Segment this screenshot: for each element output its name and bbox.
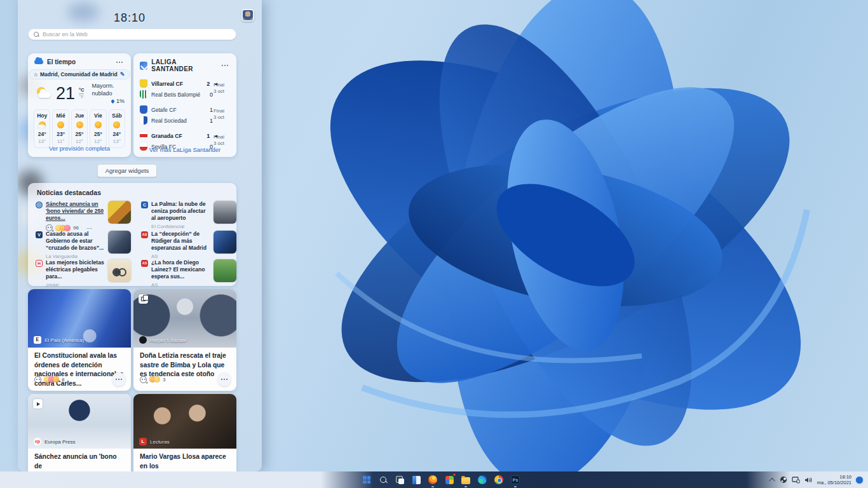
story-card[interactable]: L Lecturas Mario Vargas Llosa aparece en… bbox=[133, 394, 236, 471]
notification-dot-icon bbox=[452, 473, 456, 477]
story-source: Europa Press bbox=[44, 439, 75, 445]
forecast-day[interactable]: Mié 23° 11° bbox=[52, 109, 69, 148]
news-thumbnail[interactable] bbox=[214, 259, 236, 282]
laliga-more-icon[interactable] bbox=[220, 63, 230, 68]
story-source: Harper's Bazaar bbox=[150, 337, 187, 343]
gallery-icon bbox=[139, 294, 148, 304]
firefox-icon bbox=[428, 475, 437, 484]
store-app-button[interactable] bbox=[444, 474, 455, 485]
news-source-logo bbox=[36, 201, 43, 208]
volume-icon[interactable] bbox=[804, 477, 813, 484]
forecast-day[interactable]: Vie 25° 12° bbox=[90, 109, 106, 148]
search-placeholder: Buscar en la Web bbox=[43, 31, 88, 37]
file-explorer-button[interactable] bbox=[460, 474, 471, 485]
notification-center-button[interactable] bbox=[856, 477, 863, 484]
chevron-up-icon[interactable] bbox=[769, 477, 775, 484]
news-thumbnail[interactable] bbox=[214, 231, 236, 254]
forecast-row: Hoy 24° 13° Mié 23° 11° Jue 25° 12° bbox=[28, 105, 131, 148]
story-source: Lecturas bbox=[150, 439, 170, 445]
search-icon bbox=[380, 477, 387, 484]
weather-location[interactable]: ⌂ Madrid, Comunidad de Madrid ✎ bbox=[29, 69, 131, 79]
edge-icon bbox=[478, 475, 487, 484]
villarreal-crest-icon bbox=[140, 79, 147, 88]
add-reaction-icon[interactable] bbox=[34, 376, 41, 383]
story-headline[interactable]: Mario Vargas Llosa aparece en los bbox=[133, 449, 236, 471]
news-item[interactable]: AS ¿La hora de Diego Lainez? El mexicano… bbox=[141, 259, 236, 288]
story-card[interactable]: ep Europa Press Sánchez anuncia un 'bono… bbox=[28, 394, 131, 471]
granada-crest-icon bbox=[140, 132, 147, 140]
news-item[interactable]: H Las mejores bicicletas eléctricas pleg… bbox=[36, 259, 131, 288]
edit-icon[interactable]: ✎ bbox=[120, 71, 125, 78]
running-indicator bbox=[514, 486, 517, 487]
weather-more-icon[interactable] bbox=[114, 60, 125, 65]
story-more-icon[interactable] bbox=[217, 372, 231, 386]
system-tray: 18:10 ma., 05/10/2021 bbox=[771, 471, 863, 488]
weather-condition: Mayorm. nublado bbox=[92, 83, 114, 97]
story-card[interactable]: Harper's Bazaar Doña Letizia rescata el … bbox=[133, 289, 236, 391]
betis-crest-icon bbox=[140, 90, 147, 98]
firefox-button[interactable] bbox=[427, 474, 438, 485]
news-thumbnail[interactable] bbox=[108, 231, 131, 254]
news-source-logo: AS bbox=[141, 231, 148, 238]
user-avatar[interactable] bbox=[241, 9, 254, 22]
partly-cloudy-icon bbox=[36, 87, 52, 100]
chrome-button[interactable] bbox=[493, 474, 505, 485]
weather-widget[interactable]: El tiempo ⌂ Madrid, Comunidad de Madrid … bbox=[28, 53, 131, 157]
edge-button[interactable] bbox=[477, 474, 488, 485]
taskbar-search-button[interactable] bbox=[377, 474, 389, 485]
laliga-more-link[interactable]: Ver más LaLiga Santander bbox=[133, 146, 236, 153]
running-indicator bbox=[431, 486, 434, 487]
forecast-day[interactable]: Jue 25° 12° bbox=[71, 109, 88, 148]
news-thumbnail[interactable] bbox=[108, 201, 131, 224]
news-item[interactable]: AS La “decepción” de Rüdiger da más espe… bbox=[141, 231, 236, 259]
elpais-logo: E bbox=[34, 336, 41, 344]
taskbar: Ps 18:10 ma., 05/10/2021 bbox=[0, 471, 868, 488]
europapress-logo: ep bbox=[34, 438, 41, 445]
forecast-day[interactable]: Sáb 24° 13° bbox=[109, 109, 125, 148]
news-item[interactable]: C La Palma: la nube de ceniza podría afe… bbox=[141, 201, 236, 229]
steam-icon[interactable] bbox=[780, 476, 787, 484]
network-icon[interactable] bbox=[792, 477, 800, 484]
current-temp: 21 bbox=[56, 84, 75, 104]
news-thumbnail[interactable] bbox=[214, 201, 236, 224]
match-row[interactable]: Villarreal CF 2 ◀ Real Betis Balompié 0 … bbox=[133, 78, 236, 100]
start-button[interactable] bbox=[361, 474, 372, 485]
taskbar-clock[interactable]: 18:10 ma., 05/10/2021 bbox=[817, 474, 851, 485]
chrome-icon bbox=[494, 475, 503, 484]
web-search-bar[interactable]: Buscar en la Web bbox=[28, 29, 236, 40]
reaction-emojis bbox=[149, 376, 160, 383]
news-item[interactable]: Sánchez anuncia un 'bono vivienda' de 25… bbox=[36, 201, 131, 231]
story-image: L Lecturas bbox=[133, 394, 236, 449]
desktop: 18:10 Buscar en la Web El tiempo ⌂ Madri… bbox=[0, 0, 868, 488]
story-card[interactable]: E El País (América) El Constitucional av… bbox=[28, 289, 131, 391]
reaction-emojis bbox=[44, 376, 59, 383]
weather-full-forecast-link[interactable]: Ver previsión completa bbox=[28, 145, 131, 152]
precipitation-value: 1% bbox=[116, 97, 125, 105]
photoshop-button[interactable]: Ps bbox=[510, 474, 521, 485]
sunny-icon bbox=[95, 121, 102, 128]
unit-celsius[interactable]: °C bbox=[79, 88, 84, 94]
match-row[interactable]: Getafe CF 1 Real Sociedad 1 Final 3 oct bbox=[133, 104, 236, 126]
photoshop-icon: Ps bbox=[511, 475, 520, 484]
story-headline[interactable]: Sánchez anuncia un 'bono de bbox=[28, 449, 131, 471]
news-item[interactable]: V Casado acusa al Gobierno de estar “cru… bbox=[36, 231, 131, 259]
task-view-button[interactable] bbox=[394, 474, 405, 485]
news-source-logo: AS bbox=[141, 260, 148, 267]
story-more-icon[interactable] bbox=[112, 372, 126, 386]
forecast-day[interactable]: Hoy 24° 13° bbox=[34, 109, 50, 148]
news-source-logo: C bbox=[141, 201, 148, 208]
add-reaction-icon[interactable] bbox=[140, 376, 147, 383]
lecturas-logo: L bbox=[139, 438, 147, 445]
hide-story-icon[interactable]: — bbox=[86, 225, 92, 231]
droplet-icon bbox=[111, 98, 115, 103]
story-image: ep Europa Press bbox=[28, 394, 131, 449]
add-widgets-button[interactable]: Agregar widgets bbox=[97, 164, 158, 177]
laliga-sports-icon bbox=[140, 62, 147, 70]
weather-title: El tiempo bbox=[47, 58, 76, 65]
unit-fahrenheit[interactable]: °F bbox=[79, 94, 84, 100]
running-indicator bbox=[465, 486, 467, 487]
laliga-widget[interactable]: LALIGA SANTANDER Villarreal CF 2 ◀ Real … bbox=[133, 53, 236, 157]
news-thumbnail[interactable] bbox=[108, 259, 131, 282]
sunny-icon bbox=[113, 121, 120, 128]
widgets-button[interactable] bbox=[410, 474, 422, 485]
